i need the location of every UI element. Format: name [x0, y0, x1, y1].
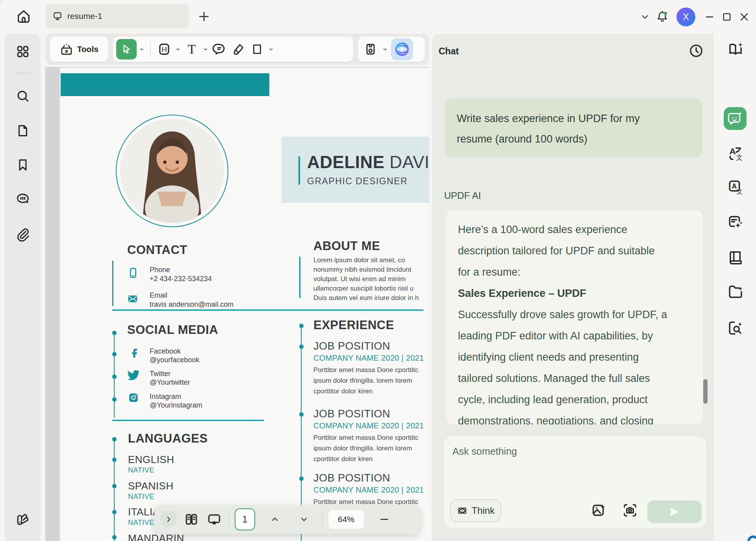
select-tool-chevron-icon[interactable] [138, 39, 145, 59]
search-icon[interactable] [15, 89, 30, 104]
zoom-level-display[interactable]: 64% [328, 510, 364, 529]
experience-dot [299, 324, 304, 328]
comments-icon[interactable] [15, 192, 30, 207]
select-tool-button[interactable] [116, 39, 137, 59]
about-line: Lorem ipsum dolor sit amet, co [313, 256, 429, 264]
folder-sparkle-icon[interactable] [727, 283, 744, 300]
previous-page-icon[interactable] [266, 511, 284, 528]
user-message-bubble: Write sales experience in UPDF for my re… [445, 98, 702, 157]
job-company: COMPANY NAME 2020 | 2021 [313, 421, 424, 430]
comment-tool-icon[interactable] [211, 39, 228, 59]
chat-input-card: Think [444, 436, 706, 528]
toolbox-icon [60, 43, 73, 56]
ai-response-line: tailored solutions. Managed the full sal… [458, 368, 703, 389]
chevron-down-icon[interactable] [636, 8, 654, 26]
languages-rule [114, 440, 115, 541]
translate-page-icon[interactable]: A文 [727, 178, 744, 196]
home-icon[interactable] [16, 9, 32, 24]
history-clock-icon[interactable] [688, 43, 704, 59]
ai-search-icon[interactable] [727, 319, 744, 337]
language-name: SPANISH [128, 480, 174, 492]
job-company: COMPANY NAME 2020 | 2021 [313, 485, 424, 495]
svg-text:A: A [729, 146, 736, 156]
bookmark-icon[interactable] [15, 157, 30, 172]
page-number-input[interactable]: 1 [235, 508, 255, 530]
toolbar-divider [150, 42, 151, 56]
tool-group-annotate: H T [113, 37, 353, 62]
section-divider [112, 420, 264, 421]
candidate-name: ADELINE DAVI [307, 152, 429, 172]
pen-tool-icon[interactable] [230, 39, 247, 59]
thumbnail-grid-icon[interactable] [15, 44, 30, 59]
language-dot [112, 437, 117, 441]
zoom-out-minus-icon[interactable] [376, 511, 393, 528]
ai-response-line: Here’s a 100-word sales experience [458, 219, 703, 240]
language-dot [112, 484, 117, 488]
notifications-bell-icon[interactable] [654, 8, 671, 26]
summarize-document-icon[interactable] [727, 214, 744, 231]
chat-input[interactable] [452, 443, 689, 459]
ai-response-line: demonstrations, negotiations, and closin… [458, 410, 703, 424]
candidate-last-name: DAVI [389, 152, 429, 172]
page-thumbnails-icon[interactable] [183, 511, 200, 528]
profile-photo [116, 115, 228, 227]
ai-response-line: for a resume: [458, 261, 703, 283]
minimize-button[interactable] [701, 8, 718, 26]
edit-text-chevron-icon[interactable] [174, 39, 182, 59]
social-heading: SOCIAL MEDIA [127, 323, 218, 337]
left-sidebar [5, 33, 41, 541]
reading-book-icon[interactable] [727, 248, 744, 266]
email-icon [126, 292, 139, 306]
job-title: JOB POSITION [313, 340, 390, 352]
shape-tool-chevron-icon[interactable] [267, 39, 274, 59]
title-bar: resume-1 X [0, 0, 756, 33]
document-tab[interactable]: resume-1 [45, 4, 189, 28]
ai-chat-tab-active[interactable] [724, 107, 747, 130]
social-handle: @Yourtwitter [150, 378, 190, 387]
document-viewport[interactable]: ADELINE DAVI GRAPHIC DESIGNER CONTACT Ph… [45, 67, 429, 541]
insert-image-ai-icon[interactable] [590, 502, 607, 519]
edit-tool-letter: H [161, 45, 167, 54]
candidate-role: GRAPHIC DESIGNER [307, 176, 408, 187]
text-tool-chevron-icon[interactable] [202, 39, 209, 59]
experience-dot [299, 476, 304, 481]
ai-sender-label: UPDF AI [444, 190, 481, 201]
chat-scrollbar[interactable] [703, 379, 708, 404]
job-title: JOB POSITION [313, 408, 390, 420]
page-icon[interactable] [15, 123, 30, 138]
user-message-line: Write sales experience in UPDF for my [457, 108, 690, 129]
ai-assistant-button[interactable] [391, 38, 413, 60]
presentation-mode-icon[interactable] [206, 511, 223, 528]
shape-tool-icon[interactable] [248, 39, 266, 59]
translate-icon[interactable]: A文 [727, 145, 744, 162]
social-network: Facebook [150, 347, 181, 356]
edit-text-tool-button[interactable]: H [156, 39, 173, 59]
job-title: JOB POSITION [313, 472, 390, 484]
tools-button[interactable]: Tools [50, 37, 108, 62]
text-tool-button[interactable]: T [183, 39, 200, 59]
language-dot [112, 458, 117, 462]
job-line: ipsum dolor tfringilla. lorem lorem [313, 377, 429, 385]
contact-heading: CONTACT [127, 243, 187, 257]
think-label: Think [472, 505, 495, 516]
maximize-button[interactable] [718, 8, 736, 26]
user-avatar[interactable]: X [676, 7, 695, 26]
attachment-paperclip-icon[interactable] [15, 227, 30, 242]
new-tab-button[interactable] [198, 10, 210, 23]
stamp-tool-icon[interactable] [362, 39, 379, 59]
close-button[interactable] [736, 8, 753, 26]
job-line: cporttitor dolor kiren [313, 455, 429, 463]
email-label: Email [150, 291, 167, 300]
swatches-palette-icon[interactable] [15, 512, 30, 527]
expand-chevron-right-icon[interactable] [160, 511, 177, 528]
stamp-tool-chevron-icon[interactable] [382, 39, 389, 59]
app-window: resume-1 X [0, 0, 756, 541]
about-rule [299, 257, 300, 298]
think-toggle-button[interactable]: Think [450, 499, 501, 522]
bar-divider [228, 513, 229, 526]
next-page-icon[interactable] [295, 511, 313, 528]
send-button[interactable] [647, 500, 702, 523]
reader-book-sparkle-icon[interactable] [727, 41, 744, 58]
screenshot-camera-icon[interactable] [621, 502, 639, 519]
candidate-first-name: ADELINE [307, 152, 385, 172]
